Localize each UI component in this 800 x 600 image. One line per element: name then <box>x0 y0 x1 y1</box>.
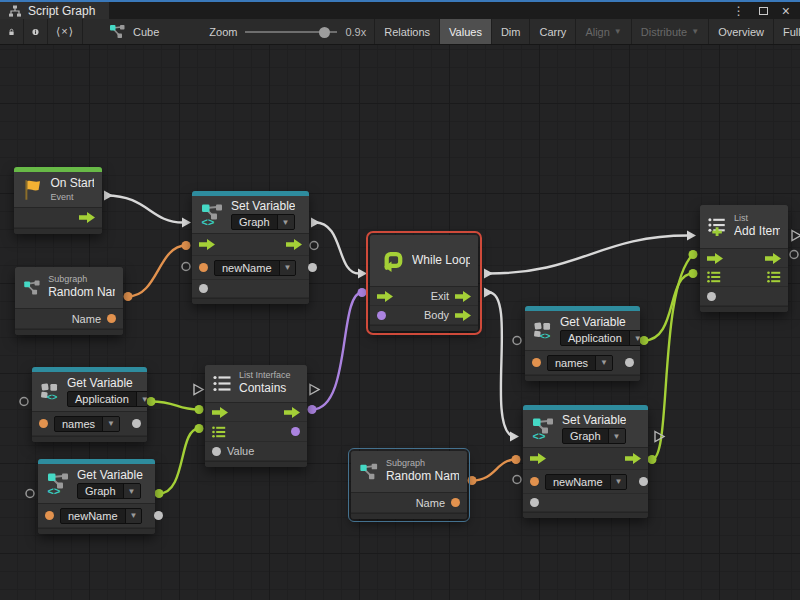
scope-dropdown[interactable]: Graph▼ <box>562 428 626 444</box>
variable-dropdown[interactable]: newName▼ <box>545 474 627 490</box>
wire-onstart-to-setvariable[interactable] <box>106 196 183 223</box>
node-subgraph-bottom[interactable]: Subgraph Random Name Name <box>351 451 467 519</box>
value-output-port[interactable] <box>154 511 163 520</box>
condition-input-port[interactable] <box>377 311 386 320</box>
wire-body-to-setvariable-right[interactable] <box>489 293 511 436</box>
variable-dropdown[interactable]: newName▼ <box>214 260 296 276</box>
fullscreen-button[interactable]: Full Screen <box>774 19 800 44</box>
node-add-item[interactable]: List Add Item <box>700 205 788 312</box>
node-while-loop[interactable]: While Loop Exit Body <box>370 235 478 331</box>
scope-dropdown[interactable]: Application▼ <box>560 330 640 346</box>
align-button[interactable]: Align▼ <box>576 19 631 44</box>
dim-button[interactable]: Dim <box>492 19 531 44</box>
value-input-port[interactable] <box>530 477 539 486</box>
wire-name-to-setvariable[interactable] <box>128 246 186 297</box>
flow-output-port[interactable] <box>284 407 300 418</box>
node-get-names-right[interactable]: <> Get Variable Application▼ names▼ <box>525 306 640 381</box>
value-output-port[interactable] <box>639 477 648 486</box>
scope-dropdown[interactable]: Graph▼ <box>231 214 295 230</box>
wire-name-to-setvariable-right[interactable] <box>472 460 516 481</box>
node-title: While Loop <box>412 253 470 269</box>
svg-text:<>: <> <box>533 430 546 441</box>
node-get-names-left[interactable]: <> Get Variable Application▼ names▼ <box>32 367 147 442</box>
value-output-port[interactable] <box>132 419 141 428</box>
overview-button[interactable]: Overview <box>709 19 774 44</box>
name-input-port[interactable] <box>532 358 541 367</box>
wire-names-to-contains-list[interactable] <box>151 402 199 410</box>
carry-button[interactable]: Carry <box>530 19 576 44</box>
wire-setvariable-right-to-additem[interactable] <box>652 255 693 460</box>
flow-target-arrow <box>358 269 367 279</box>
scope-dropdown[interactable]: Application▼ <box>67 391 147 407</box>
list-input-port[interactable] <box>212 426 226 438</box>
node-set-variable-right[interactable]: <> Set Variable Graph▼ newName▼ <box>523 405 648 518</box>
wire-exit-to-additem[interactable] <box>489 236 688 274</box>
maximize-icon[interactable] <box>759 7 768 15</box>
node-contains[interactable]: List Interface Contains Value <box>205 365 307 467</box>
flow-input-port[interactable] <box>707 253 723 264</box>
flow-output-port[interactable] <box>625 453 641 464</box>
name-input-port[interactable] <box>45 511 54 520</box>
flow-input-port[interactable] <box>377 291 393 302</box>
output-port-label: Name <box>416 497 445 509</box>
body-flow-output-port[interactable] <box>455 310 471 321</box>
output-port-label: Name <box>72 313 101 325</box>
flow-target-arrow <box>182 218 191 228</box>
item-input-port[interactable] <box>707 292 716 301</box>
flow-input-port[interactable] <box>530 453 546 464</box>
zoom-slider[interactable] <box>245 31 337 33</box>
tab-script-graph[interactable]: Script Graph <box>0 2 109 19</box>
svg-text:<>: <> <box>47 391 58 401</box>
fallback-input-port[interactable] <box>530 498 539 507</box>
flow-target-arrow <box>687 231 696 241</box>
graph-canvas[interactable]: On Start Event Subgraph Random Name Name <box>0 45 800 600</box>
wire-newname-to-contains-value[interactable] <box>159 429 199 494</box>
list-output-port[interactable] <box>767 271 781 283</box>
titlebar: Script Graph ⋮ × <box>0 2 800 19</box>
flow-input-port[interactable] <box>212 407 228 418</box>
relations-button[interactable]: Relations <box>374 19 440 44</box>
window-menu-icon[interactable]: ⋮ <box>733 5 745 17</box>
close-icon[interactable]: × <box>782 4 790 18</box>
value-output-port[interactable] <box>625 358 634 367</box>
value-input-port[interactable] <box>199 263 208 272</box>
fallback-input-port[interactable] <box>199 284 208 293</box>
code-icon: ⟨×⟩ <box>56 25 74 38</box>
value-output-port[interactable] <box>308 263 317 272</box>
zoom-label: Zoom <box>209 26 237 38</box>
scope-dropdown[interactable]: Graph▼ <box>77 483 141 499</box>
string-output-port[interactable] <box>107 314 116 323</box>
flow-output-port[interactable] <box>286 239 302 250</box>
node-title: Get Variable <box>67 376 139 392</box>
edit-code-button[interactable]: ⟨×⟩ <box>48 19 83 44</box>
info-button[interactable] <box>24 19 48 44</box>
node-title: Set Variable <box>231 199 295 215</box>
exit-flow-output-port[interactable] <box>455 291 471 302</box>
result-output-port[interactable] <box>291 427 300 436</box>
node-subgraph-left[interactable]: Subgraph Random Name Name <box>15 267 123 335</box>
flow-input-port[interactable] <box>199 239 215 250</box>
node-on-start[interactable]: On Start Event <box>14 167 102 234</box>
lock-button[interactable] <box>0 19 24 44</box>
value-input-port[interactable] <box>212 447 221 456</box>
values-button[interactable]: Values <box>440 19 492 44</box>
zoom-slider-handle[interactable] <box>319 27 330 38</box>
variable-dropdown[interactable]: newName▼ <box>60 508 142 524</box>
flow-output-port[interactable] <box>79 212 95 223</box>
chevron-down-icon: ▼ <box>691 27 699 36</box>
wire-contains-to-while-condition[interactable] <box>312 293 362 410</box>
list-input-port[interactable] <box>707 271 721 283</box>
wire-setvariable-to-whileloop[interactable] <box>315 223 359 274</box>
tab-title: Script Graph <box>28 4 95 18</box>
variable-dropdown[interactable]: names▼ <box>547 355 613 371</box>
name-input-port[interactable] <box>39 419 48 428</box>
wire-names-right-to-additem[interactable] <box>644 274 693 341</box>
variable-dropdown[interactable]: names▼ <box>54 416 120 432</box>
node-kind: List <box>734 213 780 224</box>
node-set-variable-top[interactable]: <> Set Variable Graph▼ newName▼ <box>192 191 309 304</box>
string-output-port[interactable] <box>451 498 460 507</box>
node-get-newname-left[interactable]: <> Get Variable Graph▼ newName▼ <box>38 459 155 534</box>
distribute-button[interactable]: Distribute▼ <box>632 19 709 44</box>
flow-output-port[interactable] <box>765 253 781 264</box>
graph-target[interactable]: Cube <box>101 19 167 44</box>
